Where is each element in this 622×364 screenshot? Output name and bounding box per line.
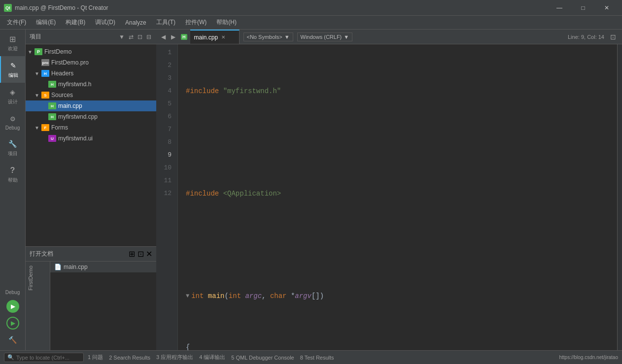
tree-label: Forms: [51, 124, 68, 131]
status-tab-qml[interactable]: 5 QML Debugger Console: [231, 355, 294, 361]
tree-label: main.cpp: [58, 102, 82, 109]
pro-file-icon: pro: [41, 59, 49, 66]
menu-controls[interactable]: 控件(W): [180, 16, 211, 29]
status-tab-test[interactable]: 8 Test Results: [300, 355, 334, 361]
debug-run-button[interactable]: ▶: [6, 317, 19, 330]
editor-with-scrollbar: 1 2 3 4 5 6 7 8 9 10 11 12 #: [156, 44, 622, 350]
firstdemo-tab-label: FirstDemo: [26, 262, 50, 350]
status-bar: 🔍 1 问题 2 Search Results 3 应用程序输出 4 编译输出 …: [0, 350, 622, 364]
symbol-selector[interactable]: <No Symbols> ▼: [243, 33, 293, 41]
open-docs-icons: ⊞ ⊡ ✕: [129, 249, 152, 259]
tab-right-section: <No Symbols> ▼ Windows (CRLF) ▼ Line: 9,…: [240, 30, 622, 44]
sync-icon[interactable]: ⇄: [128, 33, 135, 41]
left-panels: 项目 ▼ ⇄ ⊡ ⊟ ▼ P FirstDemo pro FirstDemo.p…: [26, 30, 156, 350]
status-tab-app-output[interactable]: 3 应用程序输出: [156, 354, 193, 361]
search-box[interactable]: 🔍: [4, 353, 84, 362]
tree-arrow: ▼: [28, 49, 35, 55]
tab-nav-right[interactable]: ▶: [168, 30, 178, 44]
expand-icon[interactable]: ⊡: [137, 33, 143, 41]
edit-icon: ✎: [8, 60, 19, 71]
docs-expand-icon[interactable]: ⊡: [138, 250, 144, 258]
filter-icon[interactable]: ▼: [118, 33, 126, 41]
sidebar-item-design[interactable]: ◈ 设计: [0, 83, 26, 109]
h-file-badge: H: [181, 34, 187, 40]
expand-editor-icon[interactable]: ⊡: [608, 33, 618, 41]
code-editor[interactable]: 1 2 3 4 5 6 7 8 9 10 11 12 #: [156, 44, 617, 350]
sidebar-item-help[interactable]: ? 帮助: [0, 161, 26, 188]
tree-item-forms[interactable]: ▼ F Forms: [26, 122, 156, 133]
menu-tools[interactable]: 工具(T): [151, 16, 180, 29]
tree-item-headers[interactable]: ▼ H Headers: [26, 68, 156, 79]
right-content: ◀ ▶ H main.cpp ✕ <No Symbols> ▼ Windows …: [156, 30, 622, 350]
headers-icon: H: [41, 70, 49, 77]
menu-help[interactable]: 帮助(H): [211, 16, 242, 29]
sidebar-item-welcome[interactable]: ⊞ 欢迎: [0, 30, 26, 56]
app-icon: Qt: [4, 4, 12, 12]
tree-label: FirstDemo: [44, 48, 71, 55]
code-line-4: [184, 238, 617, 251]
sidebar-item-project[interactable]: 🔧 项目: [0, 134, 26, 161]
docs-close-icon[interactable]: ✕: [146, 250, 152, 258]
tree-item-myfirstwnd-cpp[interactable]: H myfirstwnd.cpp: [26, 111, 156, 122]
code-content[interactable]: #include "myfirstwnd.h" #include <QAppli…: [178, 44, 617, 350]
status-tabs: 1 问题 2 Search Results 3 应用程序输出 4 编译输出 5 …: [88, 354, 555, 361]
help-label: 帮助: [8, 177, 18, 184]
sidebar-item-debug[interactable]: ⚙ Debug: [0, 109, 26, 134]
tree-item-myfirstwnd-ui[interactable]: U myfirstwnd.ui: [26, 133, 156, 144]
close-button[interactable]: ✕: [595, 0, 618, 16]
collapse-icon[interactable]: ⊟: [145, 33, 152, 41]
project-panel-title: 项目: [30, 33, 41, 41]
tree-item-firstdemo[interactable]: ▼ P FirstDemo: [26, 46, 156, 57]
open-docs-list: 📄 main.cpp: [50, 262, 156, 350]
editor-scrollbar[interactable]: [617, 44, 622, 350]
line-12: 12: [156, 187, 173, 200]
window-controls: — □ ✕: [548, 0, 618, 16]
tree-arrow: ▼: [35, 125, 41, 131]
h-file-icon: H: [48, 81, 56, 88]
sidebar-item-edit[interactable]: ✎ 编辑: [0, 56, 26, 83]
tree-label: Sources: [51, 92, 73, 99]
tree-item-myfirstwnd-h[interactable]: H myfirstwnd.h: [26, 79, 156, 90]
menu-build[interactable]: 构建(B): [61, 16, 90, 29]
status-tab-search[interactable]: 2 Search Results: [109, 355, 150, 361]
doc-item-main-cpp[interactable]: 📄 main.cpp: [50, 262, 156, 272]
window-title: main.cpp @ FirstDemo - Qt Creator: [15, 4, 548, 11]
menu-edit[interactable]: 编辑(E): [31, 16, 61, 29]
tree-item-pro[interactable]: pro FirstDemo.pro: [26, 57, 156, 68]
project-panel-header: 项目 ▼ ⇄ ⊡ ⊟: [26, 30, 156, 44]
tree-item-sources[interactable]: ▼ S Sources: [26, 90, 156, 100]
menu-file[interactable]: 文件(F): [2, 16, 31, 29]
tree-item-main-cpp[interactable]: H main.cpp: [26, 100, 156, 111]
encoding-selector[interactable]: Windows (CRLF) ▼: [297, 33, 353, 41]
design-icon: ◈: [7, 87, 18, 98]
tree-label: myfirstwnd.h: [58, 81, 91, 88]
line-1: 1: [156, 46, 173, 59]
cpp2-file-icon: H: [48, 113, 56, 120]
status-tab-build-output[interactable]: 4 编译输出: [199, 354, 225, 361]
status-tab-issues[interactable]: 1 问题: [88, 354, 103, 361]
tree-label: myfirstwnd.ui: [58, 135, 93, 142]
tab-bar: ◀ ▶ H main.cpp ✕ <No Symbols> ▼ Windows …: [156, 30, 622, 44]
run-button[interactable]: ▶: [6, 300, 19, 313]
line-11: 11: [156, 174, 173, 187]
menu-analyze[interactable]: Analyze: [120, 17, 151, 28]
forms-icon: F: [41, 124, 49, 131]
line-6: 6: [156, 110, 173, 123]
cpp-file-icon: H: [48, 102, 56, 109]
tab-close-icon[interactable]: ✕: [220, 34, 227, 41]
build-button[interactable]: 🔨: [6, 333, 19, 346]
content-row: ⊞ 欢迎 ✎ 编辑 ◈ 设计 ⚙ Debug 🔧 项目 ? 帮助 Debug: [0, 30, 622, 350]
project-tree: ▼ P FirstDemo pro FirstDemo.pro ▼ H Head…: [26, 44, 156, 246]
minimize-button[interactable]: —: [548, 0, 571, 16]
menu-debug[interactable]: 调试(D): [90, 16, 120, 29]
tab-main-cpp[interactable]: main.cpp ✕: [190, 30, 240, 44]
doc-label: main.cpp: [64, 264, 88, 270]
debug-icon: ⚙: [7, 113, 18, 124]
tab-label: main.cpp: [194, 34, 218, 41]
code-line-2: [184, 136, 617, 149]
tab-nav-left[interactable]: ◀: [158, 30, 168, 44]
line-3: 3: [156, 72, 173, 85]
search-input[interactable]: [16, 355, 80, 361]
docs-pin-icon[interactable]: ⊞: [129, 250, 135, 258]
maximize-button[interactable]: □: [572, 0, 594, 16]
